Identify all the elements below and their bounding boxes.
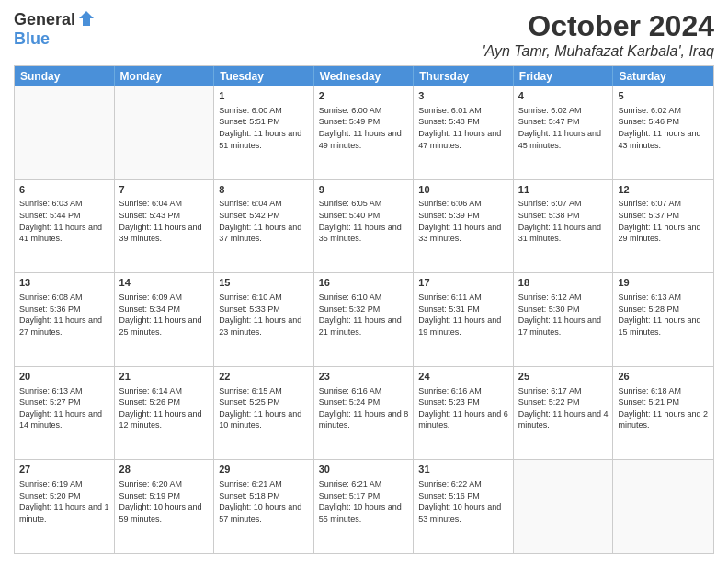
day-number: 18 [518,276,609,290]
day-number: 11 [518,183,609,197]
day-number: 19 [618,276,709,290]
cal-cell: 19Sunrise: 6:13 AM Sunset: 5:28 PM Dayli… [613,273,713,366]
day-info: Sunrise: 6:10 AM Sunset: 5:32 PM Dayligh… [319,292,409,338]
day-number: 30 [319,463,409,477]
cal-cell: 28Sunrise: 6:20 AM Sunset: 5:19 PM Dayli… [115,460,215,553]
calendar-header: SundayMondayTuesdayWednesdayThursdayFrid… [15,66,713,86]
logo-blue-text: Blue [14,29,50,49]
cal-cell: 5Sunrise: 6:02 AM Sunset: 5:46 PM Daylig… [613,86,713,179]
day-number: 6 [19,183,109,197]
calendar-body: 1Sunrise: 6:00 AM Sunset: 5:51 PM Daylig… [15,86,713,553]
cal-cell: 27Sunrise: 6:19 AM Sunset: 5:20 PM Dayli… [15,460,115,553]
day-info: Sunrise: 6:16 AM Sunset: 5:24 PM Dayligh… [319,385,409,431]
day-info: Sunrise: 6:04 AM Sunset: 5:42 PM Dayligh… [219,198,309,244]
cal-cell: 21Sunrise: 6:14 AM Sunset: 5:26 PM Dayli… [115,367,215,460]
cal-cell: 26Sunrise: 6:18 AM Sunset: 5:21 PM Dayli… [613,367,713,460]
day-info: Sunrise: 6:11 AM Sunset: 5:31 PM Dayligh… [418,292,508,338]
day-number: 29 [219,463,309,477]
day-number: 23 [319,370,409,384]
header-day-saturday: Saturday [613,66,713,86]
cal-cell: 20Sunrise: 6:13 AM Sunset: 5:27 PM Dayli… [15,367,115,460]
day-info: Sunrise: 6:02 AM Sunset: 5:46 PM Dayligh… [618,105,709,151]
cal-row-0: 1Sunrise: 6:00 AM Sunset: 5:51 PM Daylig… [15,86,713,180]
day-number: 22 [219,370,309,384]
cal-cell: 12Sunrise: 6:07 AM Sunset: 5:37 PM Dayli… [613,180,713,273]
cal-cell: 10Sunrise: 6:06 AM Sunset: 5:39 PM Dayli… [414,180,514,273]
cal-cell: 2Sunrise: 6:00 AM Sunset: 5:49 PM Daylig… [314,86,415,179]
cal-cell [514,460,614,553]
day-info: Sunrise: 6:08 AM Sunset: 5:36 PM Dayligh… [19,292,109,338]
day-number: 5 [618,89,709,103]
calendar: SundayMondayTuesdayWednesdayThursdayFrid… [14,65,714,554]
day-number: 31 [418,463,508,477]
logo: General Blue [14,9,96,49]
cal-cell: 29Sunrise: 6:21 AM Sunset: 5:18 PM Dayli… [214,460,314,553]
header-day-thursday: Thursday [414,66,514,86]
day-number: 27 [19,463,109,477]
day-info: Sunrise: 6:05 AM Sunset: 5:40 PM Dayligh… [319,198,409,244]
header-day-wednesday: Wednesday [314,66,415,86]
day-info: Sunrise: 6:00 AM Sunset: 5:49 PM Dayligh… [319,105,409,151]
cal-cell: 16Sunrise: 6:10 AM Sunset: 5:32 PM Dayli… [314,273,415,366]
day-info: Sunrise: 6:13 AM Sunset: 5:28 PM Dayligh… [618,292,709,338]
day-number: 2 [319,89,409,103]
location-title: 'Ayn Tamr, Muhafazat Karbala', Iraq [482,43,714,60]
cal-cell: 17Sunrise: 6:11 AM Sunset: 5:31 PM Dayli… [414,273,514,366]
day-number: 4 [518,89,609,103]
day-number: 16 [319,276,409,290]
day-info: Sunrise: 6:21 AM Sunset: 5:17 PM Dayligh… [319,478,409,524]
day-number: 1 [219,89,309,103]
day-info: Sunrise: 6:20 AM Sunset: 5:19 PM Dayligh… [119,478,210,524]
cal-cell [613,460,713,553]
day-info: Sunrise: 6:17 AM Sunset: 5:22 PM Dayligh… [518,385,609,431]
day-info: Sunrise: 6:13 AM Sunset: 5:27 PM Dayligh… [19,385,109,431]
header-day-sunday: Sunday [15,66,115,86]
header-day-tuesday: Tuesday [214,66,314,86]
day-number: 9 [319,183,409,197]
header: General Blue October 2024 'Ayn Tamr, Muh… [14,9,714,60]
cal-cell: 24Sunrise: 6:16 AM Sunset: 5:23 PM Dayli… [414,367,514,460]
title-area: October 2024 'Ayn Tamr, Muhafazat Karbal… [482,9,714,60]
day-info: Sunrise: 6:10 AM Sunset: 5:33 PM Dayligh… [219,292,309,338]
day-info: Sunrise: 6:22 AM Sunset: 5:16 PM Dayligh… [418,478,508,524]
day-number: 14 [119,276,210,290]
cal-cell: 13Sunrise: 6:08 AM Sunset: 5:36 PM Dayli… [15,273,115,366]
day-number: 12 [618,183,709,197]
header-day-friday: Friday [514,66,614,86]
cal-cell: 3Sunrise: 6:01 AM Sunset: 5:48 PM Daylig… [414,86,514,179]
cal-cell: 15Sunrise: 6:10 AM Sunset: 5:33 PM Dayli… [214,273,314,366]
day-number: 24 [418,370,508,384]
cal-cell: 31Sunrise: 6:22 AM Sunset: 5:16 PM Dayli… [414,460,514,553]
day-number: 20 [19,370,109,384]
day-info: Sunrise: 6:00 AM Sunset: 5:51 PM Dayligh… [219,105,309,151]
cal-row-2: 13Sunrise: 6:08 AM Sunset: 5:36 PM Dayli… [15,273,713,367]
day-number: 28 [119,463,210,477]
day-info: Sunrise: 6:01 AM Sunset: 5:48 PM Dayligh… [418,105,508,151]
cal-cell: 30Sunrise: 6:21 AM Sunset: 5:17 PM Dayli… [314,460,415,553]
cal-cell: 6Sunrise: 6:03 AM Sunset: 5:44 PM Daylig… [15,180,115,273]
day-info: Sunrise: 6:04 AM Sunset: 5:43 PM Dayligh… [119,198,210,244]
day-info: Sunrise: 6:18 AM Sunset: 5:21 PM Dayligh… [618,385,709,431]
cal-cell: 7Sunrise: 6:04 AM Sunset: 5:43 PM Daylig… [115,180,215,273]
cal-row-3: 20Sunrise: 6:13 AM Sunset: 5:27 PM Dayli… [15,367,713,461]
logo-general-text: General [14,10,75,29]
cal-cell: 14Sunrise: 6:09 AM Sunset: 5:34 PM Dayli… [115,273,215,366]
day-info: Sunrise: 6:07 AM Sunset: 5:38 PM Dayligh… [518,198,609,244]
cal-cell: 9Sunrise: 6:05 AM Sunset: 5:40 PM Daylig… [314,180,415,273]
day-number: 17 [418,276,508,290]
cal-cell [115,86,215,179]
day-info: Sunrise: 6:21 AM Sunset: 5:18 PM Dayligh… [219,478,309,524]
day-number: 8 [219,183,309,197]
page: General Blue October 2024 'Ayn Tamr, Muh… [0,0,728,563]
day-info: Sunrise: 6:06 AM Sunset: 5:39 PM Dayligh… [418,198,508,244]
cal-cell: 25Sunrise: 6:17 AM Sunset: 5:22 PM Dayli… [514,367,614,460]
logo-icon [77,9,96,28]
day-info: Sunrise: 6:03 AM Sunset: 5:44 PM Dayligh… [19,198,109,244]
day-info: Sunrise: 6:15 AM Sunset: 5:25 PM Dayligh… [219,385,309,431]
day-number: 21 [119,370,210,384]
header-day-monday: Monday [115,66,215,86]
day-info: Sunrise: 6:14 AM Sunset: 5:26 PM Dayligh… [119,385,210,431]
day-number: 15 [219,276,309,290]
cal-cell: 4Sunrise: 6:02 AM Sunset: 5:47 PM Daylig… [514,86,614,179]
month-title: October 2024 [482,9,714,43]
